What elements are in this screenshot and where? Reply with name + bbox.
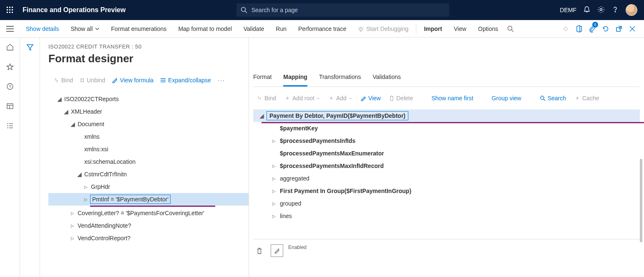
map-format-button[interactable]: Map format to model xyxy=(172,20,237,38)
svg-line-19 xyxy=(363,28,364,28)
close-icon[interactable] xyxy=(626,20,639,38)
map-view-button[interactable]: View xyxy=(357,93,384,103)
cache-button[interactable]: ＋Cache xyxy=(571,93,602,104)
search-icon xyxy=(241,7,247,13)
svg-line-39 xyxy=(543,99,545,101)
svg-point-20 xyxy=(508,26,512,30)
filter-icon[interactable] xyxy=(26,43,34,277)
map-node[interactable]: ▷First Payment In Group($FirstPaymentInG… xyxy=(253,185,640,197)
help-icon[interactable] xyxy=(611,6,619,15)
company-code[interactable]: DEMF xyxy=(560,7,576,13)
left-toolbar: Bind Unbind View formula Expand/collapse… xyxy=(48,75,249,85)
tree-node[interactable]: ◢CstmrCdtTrfInitn xyxy=(48,168,249,180)
tab-mapping[interactable]: Mapping xyxy=(283,71,307,86)
svg-rect-5 xyxy=(12,9,13,10)
tree-node[interactable]: ◢XMLHeader xyxy=(48,105,249,118)
tab-validations[interactable]: Validations xyxy=(373,71,401,86)
svg-rect-3 xyxy=(7,9,8,10)
unbind-button[interactable]: Unbind xyxy=(77,75,108,85)
import-button[interactable]: Import xyxy=(418,20,448,38)
svg-point-38 xyxy=(541,96,544,99)
scrollbar-thumb[interactable] xyxy=(640,159,642,242)
add-root-button[interactable]: ＋Add root xyxy=(281,93,323,104)
options-button[interactable]: Options xyxy=(472,20,504,38)
enabled-input[interactable] xyxy=(288,251,626,259)
tree-node[interactable]: xmlns xyxy=(48,130,249,143)
map-node[interactable]: $paymentKey xyxy=(253,122,640,135)
edit-detail-button[interactable] xyxy=(271,244,283,257)
user-avatar[interactable] xyxy=(626,4,637,16)
map-node[interactable]: ▷aggregated xyxy=(253,172,640,185)
show-all-label: Show all xyxy=(70,25,93,32)
attachments-icon[interactable]: 0 xyxy=(586,20,599,38)
office-icon[interactable] xyxy=(572,20,586,38)
format-enumerations-button[interactable]: Format enumerations xyxy=(105,20,172,38)
workspace: ISO20022 CREDIT TRANSFER : 50 Format des… xyxy=(40,38,644,277)
map-node[interactable]: ▷grouped xyxy=(253,197,640,210)
group-view-button[interactable]: Group view xyxy=(488,93,525,103)
tree-node[interactable]: ▷VendControlReport? xyxy=(48,232,249,244)
map-node[interactable]: $processedPaymentsMaxEnumerator xyxy=(253,147,640,160)
pin-icon[interactable] xyxy=(559,20,572,38)
app-launcher-icon[interactable] xyxy=(3,3,17,17)
recent-icon[interactable] xyxy=(6,83,14,91)
tree-node[interactable]: xmlns:xsi xyxy=(48,143,249,155)
toolbar-search-button[interactable] xyxy=(504,20,517,38)
nav-hamburger-icon[interactable] xyxy=(0,20,20,38)
svg-rect-0 xyxy=(7,7,8,8)
modules-icon[interactable] xyxy=(6,122,14,131)
delete-detail-button[interactable] xyxy=(253,244,266,257)
workspace-icon[interactable] xyxy=(6,102,14,111)
view-button[interactable]: View xyxy=(448,20,472,38)
show-details-button[interactable]: Show details xyxy=(20,20,65,38)
show-name-first-button[interactable]: Show name first xyxy=(428,93,476,103)
start-debugging-button[interactable]: Start Debugging xyxy=(352,20,414,38)
popout-icon[interactable] xyxy=(612,20,626,38)
tree-node[interactable]: ◢Document xyxy=(48,118,249,130)
run-button[interactable]: Run xyxy=(270,20,292,38)
mapping-toolbar: Bind ＋Add root ＋Add View Delete Show nam… xyxy=(253,93,640,104)
tab-transformations[interactable]: Transformations xyxy=(319,71,361,86)
svg-rect-8 xyxy=(12,12,13,13)
add-button[interactable]: ＋Add xyxy=(325,93,355,104)
tree-node[interactable]: ▷CoveringLetter? = '$PaymentsForCovering… xyxy=(48,207,249,219)
svg-line-18 xyxy=(358,28,359,28)
validate-button[interactable]: Validate xyxy=(238,20,270,38)
view-formula-button[interactable]: View formula xyxy=(109,75,156,85)
tree-node-selected[interactable]: ▷PmtInf = '$PaymentByDebtor' xyxy=(48,193,249,206)
right-pane: Format Mapping Transformations Validatio… xyxy=(249,38,644,277)
gear-icon[interactable] xyxy=(597,6,605,15)
bind-button[interactable]: Bind xyxy=(51,75,75,85)
tree-node[interactable]: ▷VendAttendingNote? xyxy=(48,219,249,232)
perf-trace-button[interactable]: Performance trace xyxy=(292,20,352,38)
left-pane: ISO20022 CREDIT TRANSFER : 50 Format des… xyxy=(40,38,249,277)
breadcrumb: ISO20022 CREDIT TRANSFER : 50 xyxy=(48,43,249,50)
mapping-tree: ◢Payment By Debtor, PaymID($PaymentByDeb… xyxy=(253,109,640,222)
refresh-icon[interactable] xyxy=(599,20,612,38)
tree-node[interactable]: ▷GrpHdr xyxy=(48,180,249,193)
tree-node[interactable]: xsi:schemaLocation xyxy=(48,155,249,168)
global-search[interactable]: Search for a page xyxy=(236,3,449,17)
bell-icon[interactable] xyxy=(583,6,591,15)
map-search-button[interactable]: Search xyxy=(536,93,569,103)
tree-node[interactable]: ◢ISO20022CTReports xyxy=(48,93,249,105)
show-all-button[interactable]: Show all xyxy=(65,20,105,38)
delete-button[interactable]: Delete xyxy=(386,93,416,103)
bug-icon xyxy=(358,26,364,32)
map-node-selected[interactable]: ◢Payment By Debtor, PaymID($PaymentByDeb… xyxy=(253,109,640,122)
map-node[interactable]: ▷lines xyxy=(253,210,640,222)
svg-rect-7 xyxy=(9,12,10,13)
map-bind-button[interactable]: Bind xyxy=(253,93,279,103)
tab-format[interactable]: Format xyxy=(253,71,272,86)
svg-point-9 xyxy=(241,8,245,12)
format-tree: ◢ISO20022CTReports ◢XMLHeader ◢Document … xyxy=(48,93,249,244)
more-button[interactable]: ··· xyxy=(215,75,228,85)
star-icon[interactable] xyxy=(6,63,14,72)
filter-column xyxy=(20,38,40,277)
map-node[interactable]: ▷$processedPaymentsInfIds xyxy=(253,135,640,147)
map-node[interactable]: ▷$processedPaymentsMaxInfIdRecord xyxy=(253,160,640,172)
expand-collapse-button[interactable]: Expand/collapse xyxy=(158,75,214,85)
home-icon[interactable] xyxy=(6,43,14,52)
svg-point-12 xyxy=(615,11,616,12)
app-title: Finance and Operations Preview xyxy=(23,6,126,14)
